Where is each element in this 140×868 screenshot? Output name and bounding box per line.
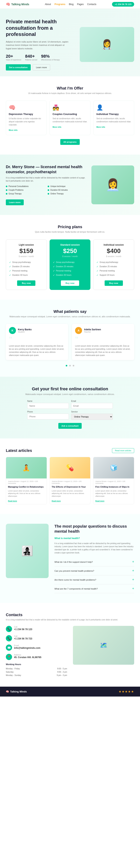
wh-saturday-time: 9:00 - 3 pm (57, 671, 67, 673)
dot-icon (48, 186, 49, 187)
buy-individual-button[interactable]: Buy now (105, 280, 123, 286)
individual-icon: 👤 (96, 104, 131, 111)
phone-label-2: Call (14, 635, 32, 637)
nav-item-programs[interactable]: Programs (54, 3, 65, 6)
avatar-kerry: K (9, 327, 16, 334)
individual-more-link[interactable]: More info (96, 126, 105, 128)
check-icon: ✓ (96, 270, 99, 272)
expand-icon-1: + (132, 569, 134, 573)
wh-weekdays-time: 8:00 - 5 pm (57, 668, 67, 670)
read-more-link-2[interactable]: Read more (95, 500, 105, 502)
feature-group: Group Therapy (6, 193, 44, 195)
footer-logo[interactable]: 🧠 Talking Minds (6, 690, 27, 693)
doctor-description: It is a long established fact that a rea… (6, 176, 86, 183)
individual-desc: Sed at condimentum nibh, iaculis condime… (96, 117, 131, 123)
nav-item-pages[interactable]: Pages (77, 3, 84, 6)
faq-item-3[interactable]: What are the 7 components of mental heal… (54, 584, 134, 593)
doctor-features: Personal Consultations Couple Problems G… (6, 185, 86, 196)
free-consult-title: Get your first free online consultation (6, 386, 134, 392)
feature-item: ✓Duration 30 hours (53, 273, 87, 277)
read-more-link-0[interactable]: Read more (8, 500, 17, 502)
faq-item-2[interactable]: Are there cures for mental health proble… (54, 576, 134, 584)
faq-photo: 👩‍👧‍👦 (6, 524, 49, 578)
hero-image: 👩‍⚕️ (70, 27, 134, 62)
faq-image: 👩‍👧‍👦 (6, 524, 49, 593)
article-body-2: Joanna Brown • August 12, 2020 • 105 com… (93, 478, 134, 504)
dot-1[interactable] (66, 365, 67, 366)
all-programs-button[interactable]: All programs (60, 139, 80, 145)
testimonials-title: What patients say (6, 309, 134, 314)
hero-buttons: Get a consultation Learn more (6, 64, 70, 70)
article-img-2: 🧊 (93, 457, 134, 478)
article-card-2: 🧊 Joanna Brown • August 12, 2020 • 105 c… (93, 457, 134, 504)
couples-more-link[interactable]: More info (53, 126, 61, 128)
check-icon: ✓ (53, 270, 55, 272)
pricing-card-light: Light session $159 $ session / month ✓Gr… (6, 240, 47, 290)
contacts-description: It is a long established fact that a rea… (6, 618, 134, 621)
phone-input[interactable] (27, 413, 69, 420)
article-img-0: 🧘 (6, 457, 47, 478)
testimonials-subtitle: Malesuada neque consequat volutpat. Lore… (6, 315, 134, 318)
articles-title: Latest articles (6, 448, 32, 453)
stat-years: 20+ Years of experience (6, 54, 21, 61)
form-group-email: Email (71, 400, 113, 409)
buy-standard-button[interactable]: Buy now (61, 280, 79, 286)
nav-item-blog[interactable]: Blog (69, 3, 74, 6)
pricing-section: Pricing plans Quis nulla facilisi morbi … (0, 215, 140, 300)
pricing-card-individual: Individual session $400 $ session / mont… (93, 240, 134, 290)
ask-consultant-button[interactable]: Ask a consultant (58, 423, 82, 429)
feature-unique: Unique technique (48, 185, 86, 187)
contact-phone-2: 📞 Call +1 234 56 78 723 (6, 635, 67, 641)
name-input[interactable] (27, 403, 69, 409)
pricing-cards: Light session $159 $ session / month ✓Gr… (6, 240, 134, 290)
read-all-articles-button[interactable]: Read more articles (112, 448, 134, 453)
working-hours: Working Hours Monday - Friday 8:00 - 5 p… (6, 663, 67, 677)
article-img-1: 💊 (50, 457, 90, 478)
reviewer-name: Adelia Sartinen (84, 328, 101, 331)
contact-phone-1-detail: Call +1 234 56 78 123 (14, 626, 32, 631)
email-value: info@talkingminds.com (14, 647, 40, 649)
couples-title: Couples Counseling (53, 113, 87, 116)
wh-saturday-label: Saturday (6, 671, 13, 673)
faq-item-1[interactable]: Can you prevent mental health problems? … (54, 566, 134, 576)
form-row-1: Name Email (27, 400, 113, 409)
dot-3[interactable] (73, 365, 74, 366)
logo[interactable]: 🧠 Talking Minds (6, 2, 29, 6)
form-group-phone: Phone (27, 411, 69, 420)
pricing-subtitle: Quis nulla facilisi morbi tempor. Nulla … (6, 230, 134, 234)
couples-icon: 💑 (53, 104, 87, 111)
feature-couple: Couple Problems (6, 189, 44, 191)
offer-subtitle: Ut malesuada fortese in turpis dapibus. … (6, 92, 134, 95)
email-input[interactable] (71, 403, 113, 409)
article-body-1: Joanna Brown • August 12, 2020 • 105 com… (50, 478, 90, 504)
map-icon: 🗺️ (100, 642, 108, 649)
doctor-learn-more-button[interactable]: Learn more (6, 199, 24, 205)
header-phone[interactable]: +1 234 56 78 123 (112, 2, 134, 7)
feature-duration: Duration 60 minutes (48, 189, 86, 191)
get-consultation-button[interactable]: Get a consultation (6, 64, 31, 70)
testimonial-text: Lorem ipsum dolor sit amet, consectetur … (75, 344, 131, 357)
nav-item-contacts[interactable]: Contacts (87, 3, 96, 6)
faq-section: 👩‍👧‍👦 The most popular questions to disc… (0, 514, 140, 603)
plan-light-price: $159 (9, 247, 44, 255)
feature-item: ✓Personal meeting (53, 269, 87, 273)
main-nav: About Programs Blog Pages Contacts (45, 3, 96, 6)
feature-personal: Personal Consultations (6, 185, 44, 187)
location-icon: 📍 (6, 654, 12, 660)
articles-header: Latest articles Read more articles (6, 448, 134, 453)
depression-title: Depression Therapy (9, 113, 44, 116)
service-select[interactable]: Online Therapy (71, 413, 113, 420)
faq-item-0[interactable]: What do I do if the support doesn't help… (54, 558, 134, 566)
check-icon: ✓ (9, 270, 11, 272)
feature-unique-label: Unique technique (50, 185, 65, 187)
learn-more-button[interactable]: Learn more (33, 64, 50, 70)
quote-mark-icon: " (75, 336, 131, 343)
dot-2[interactable] (69, 365, 71, 366)
nav-item-about[interactable]: About (45, 3, 51, 6)
check-icon: ✓ (9, 274, 11, 277)
feature-item: ✓Personal meeting (9, 269, 44, 273)
depression-more-link[interactable]: More info (9, 129, 18, 131)
read-more-link-1[interactable]: Read more (52, 500, 61, 502)
buy-light-button[interactable]: Buy now (17, 280, 35, 286)
reviewer-info: Kerry Banks Student (18, 328, 32, 333)
